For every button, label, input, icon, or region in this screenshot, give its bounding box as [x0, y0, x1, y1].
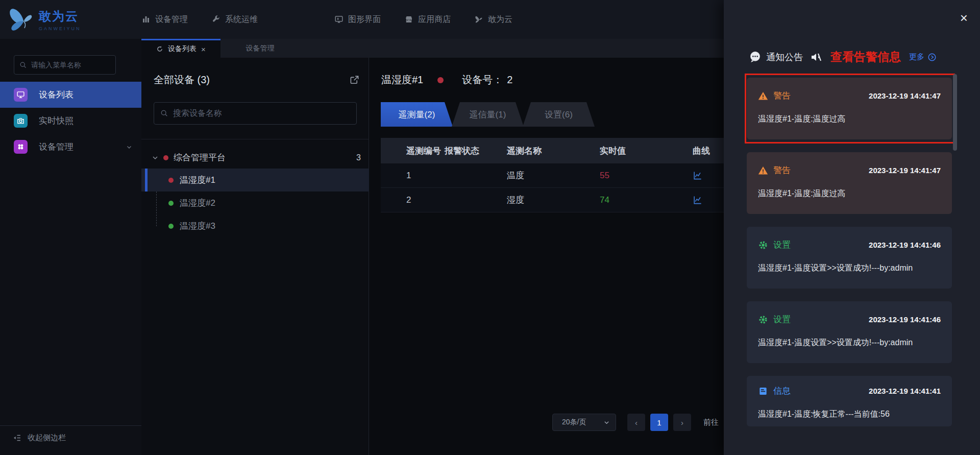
tab-telemetry[interactable]: 遥测量(2)	[381, 102, 453, 127]
table-header-row: 遥测编号 报警状态 遥测名称 实时值 曲线	[381, 138, 729, 163]
tab-close-icon[interactable]: ×	[201, 45, 206, 53]
sidebar-item-device-list[interactable]: 设备列表	[0, 82, 141, 108]
mute-speaker-icon[interactable]	[810, 51, 822, 63]
tab-device-list[interactable]: 设备列表 ×	[141, 39, 220, 58]
status-dot-alarm	[168, 178, 174, 183]
prev-page-button[interactable]: ‹	[627, 414, 645, 431]
realtime-value: 55	[600, 171, 693, 181]
external-link-icon[interactable]	[350, 75, 359, 85]
notice-card-warning-2[interactable]: 警告 2023-12-19 14:41:47 温湿度#1-温度:温度过高	[747, 152, 952, 214]
grid-dots-icon	[14, 140, 28, 154]
notice-card-setting-1[interactable]: 设置 2023-12-19 14:41:46 温湿度#1-温度设置>>设置成功!…	[747, 227, 952, 289]
timestamp: 2023-12-19 14:41:41	[869, 387, 941, 395]
notice-body: 温湿度#1-温度:温度过高	[758, 188, 941, 199]
status-dot-ok	[168, 201, 174, 206]
notice-title: 通知公告	[766, 51, 803, 63]
notice-card-info[interactable]: 信息 2023-12-19 14:41:41 温湿度#1-温度:恢复正常---当…	[747, 376, 952, 426]
butterfly-logo-icon	[8, 6, 35, 33]
table-row: 2 湿度 74	[381, 188, 729, 212]
circle-chevron-right-icon[interactable]	[927, 53, 937, 62]
scrollbar-thumb[interactable]	[953, 74, 957, 151]
left-sidebar: 设备列表 实时快照 设备管理 收起侧边栏	[0, 39, 141, 455]
divider	[141, 139, 369, 139]
device-search	[154, 102, 357, 125]
nav-item-system-ops[interactable]: 系统运维	[211, 14, 258, 25]
collapse-sidebar-button[interactable]: 收起侧边栏	[0, 425, 141, 450]
notification-drawer: × 通知公告 查看告警信息 更多 警告 2023-12-19 14:41:47 …	[724, 0, 980, 455]
nav-item-app-store[interactable]: 应用商店	[404, 14, 451, 25]
device-search-input[interactable]	[173, 109, 350, 118]
info-document-icon	[758, 386, 768, 396]
chevron-down-icon	[126, 144, 132, 150]
close-icon[interactable]: ×	[960, 11, 968, 25]
table-row: 1 温度 55	[381, 163, 729, 188]
notice-card-list: 警告 2023-12-19 14:41:47 温湿度#1-温度:温度过高 警告 …	[747, 78, 952, 426]
nav-item-graphic-ui[interactable]: 图形界面	[334, 14, 381, 25]
app-logo: 敢为云 GANWEIYUN	[0, 6, 141, 33]
store-icon	[404, 15, 413, 24]
menu-search	[14, 55, 116, 75]
timestamp: 2023-12-19 14:41:46	[869, 241, 941, 249]
timestamp: 2023-12-19 14:41:47	[869, 166, 941, 175]
chevron-down-icon	[152, 155, 158, 161]
navbar-menu: 设备管理 系统运维 图形界面 应用商店 敢为云	[141, 14, 512, 25]
notice-card-warning-1[interactable]: 警告 2023-12-19 14:41:47 温湿度#1-温度:温度过高	[747, 78, 952, 139]
device-tree-panel: 全部设备 (3) 综合管理平台 3 温湿度#1 温湿度#2 温湿度#3	[141, 58, 369, 455]
butterfly-icon	[474, 15, 483, 24]
monitor-icon	[14, 88, 28, 102]
wrench-icon	[211, 15, 220, 24]
search-icon	[19, 61, 27, 69]
tree-item-device-1[interactable]: 温湿度#1	[141, 169, 369, 191]
notice-body: 温湿度#1-温度设置>>设置成功!---by:admin	[758, 263, 941, 274]
current-page-button[interactable]: 1	[650, 414, 668, 431]
tab-signals[interactable]: 遥信量(1)	[452, 102, 524, 127]
nav-item-device-manage[interactable]: 设备管理	[141, 14, 188, 25]
tree-root-platform[interactable]: 综合管理平台 3	[141, 147, 369, 169]
tree-item-device-2[interactable]: 温湿度#2	[141, 191, 369, 214]
notice-card-setting-2[interactable]: 设置 2023-12-19 14:41:46 温湿度#1-温度设置>>设置成功!…	[747, 301, 952, 363]
notice-body: 温湿度#1-温度:恢复正常---当前值:56	[758, 409, 941, 420]
chevron-down-icon	[604, 420, 609, 425]
sidebar-item-device-manage[interactable]: 设备管理	[0, 134, 141, 160]
next-page-button[interactable]: ›	[673, 414, 691, 431]
timestamp: 2023-12-19 14:41:46	[869, 315, 941, 324]
pagination: 20条/页 ‹ 1 › 前往	[552, 414, 719, 431]
logo-title: 敢为云	[39, 8, 81, 25]
gear-icon	[758, 240, 768, 250]
warning-triangle-icon	[758, 91, 768, 101]
device-count: 3	[356, 153, 361, 162]
notice-body: 温湿度#1-温度设置>>设置成功!---by:admin	[758, 338, 941, 348]
monitor-icon	[334, 15, 344, 24]
nav-item-ganweiyun[interactable]: 敢为云	[474, 14, 512, 25]
collapse-icon	[13, 434, 21, 442]
camera-icon	[14, 114, 28, 128]
device-no-label: 设备号：	[462, 73, 503, 87]
tree-children: 温湿度#1 温湿度#2 温湿度#3	[141, 169, 369, 237]
curve-chart-icon[interactable]	[693, 171, 702, 180]
sidebar-item-snapshot[interactable]: 实时快照	[0, 108, 141, 134]
sidebar-menu: 设备列表 实时快照 设备管理	[0, 82, 141, 160]
tab-settings[interactable]: 设置(6)	[523, 102, 595, 127]
logo-subtitle: GANWEIYUN	[39, 26, 81, 31]
notice-body: 温湿度#1-温度:温度过高	[758, 114, 941, 125]
tree-item-device-3[interactable]: 温湿度#3	[141, 214, 369, 237]
more-link[interactable]: 更多	[909, 52, 924, 62]
status-dot-alarm	[437, 77, 444, 83]
gear-icon	[758, 315, 768, 325]
device-panel-title: 全部设备 (3)	[154, 73, 210, 87]
telemetry-table: 遥测编号 报警状态 遥测名称 实时值 曲线 1 温度 55 2 湿度 74	[381, 138, 729, 212]
timestamp: 2023-12-19 14:41:47	[869, 91, 941, 100]
device-no-value: 2	[507, 74, 512, 86]
chat-bubble-icon	[749, 51, 762, 63]
page-size-select[interactable]: 20条/页	[552, 414, 616, 431]
search-icon	[160, 109, 168, 117]
device-manage-icon	[141, 15, 151, 24]
status-dot-ok	[168, 224, 174, 229]
curve-chart-icon[interactable]	[693, 195, 702, 205]
goto-page-label: 前往	[703, 418, 719, 427]
menu-search-input[interactable]	[31, 61, 110, 69]
tab-device-manage[interactable]: 设备管理	[220, 39, 300, 58]
realtime-value: 74	[600, 195, 693, 205]
telemetry-tabs: 遥测量(2) 遥信量(1) 设置(6)	[381, 102, 595, 127]
device-title: 温湿度#1	[381, 73, 423, 87]
